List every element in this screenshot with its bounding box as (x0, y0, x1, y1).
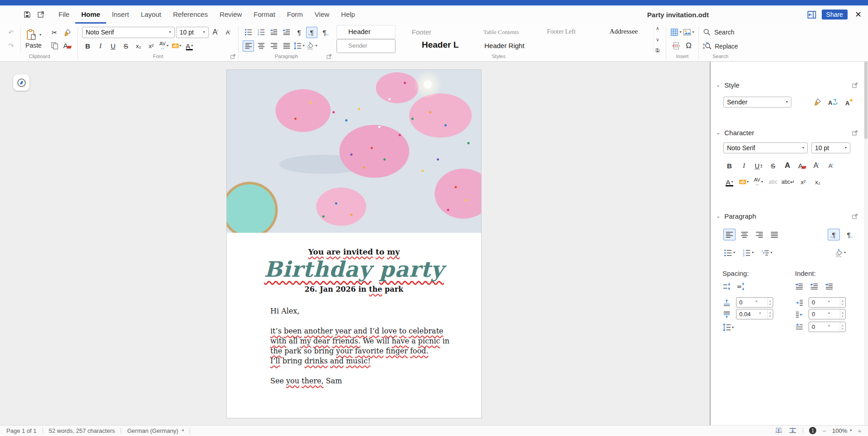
language-selector[interactable]: German (Germany)▾ (127, 427, 184, 434)
menu-references[interactable]: References (167, 5, 214, 24)
sb-line-spacing-button[interactable]: ▾ (722, 323, 734, 332)
word-count[interactable]: 52 words, 257 characters (49, 427, 115, 434)
increase-spacing-icon[interactable] (722, 282, 731, 291)
space-below-field[interactable]: 0.04″ ▲▼ (736, 309, 773, 319)
zoom-in-icon[interactable]: + (858, 427, 862, 435)
bullet-list-button[interactable] (243, 27, 254, 38)
menu-file[interactable]: File (53, 5, 75, 24)
undo-button[interactable]: ↶ (5, 27, 17, 38)
sidebar-strikethrough-button[interactable]: S (767, 160, 779, 171)
open-remote-icon[interactable] (37, 11, 44, 18)
insert-table-button[interactable]: ▾ (670, 27, 682, 38)
menu-help[interactable]: Help (335, 5, 361, 24)
sb-decrease-indent-icon[interactable] (810, 282, 819, 291)
new-style-button[interactable] (843, 96, 855, 108)
decrease-indent-button[interactable] (281, 27, 292, 38)
align-justify-button[interactable] (281, 40, 292, 52)
align-right-button[interactable] (268, 40, 279, 52)
italic-button[interactable]: I (95, 40, 106, 52)
page-count[interactable]: Page 1 of 1 (6, 427, 37, 434)
underline-button[interactable]: U (107, 40, 119, 52)
sidebar-grow-font-button[interactable]: A↑ (810, 160, 823, 171)
bold-button[interactable]: B (82, 40, 93, 52)
align-center-button[interactable] (255, 40, 267, 52)
menu-review[interactable]: Review (214, 5, 248, 24)
document-page[interactable]: You are invited to my Birthday party 26.… (227, 70, 481, 418)
sidebar-font-size-select[interactable]: 10 pt▾ (811, 142, 850, 153)
share-button[interactable]: Share (822, 10, 848, 20)
spin-up-icon[interactable]: ▲ (841, 299, 844, 302)
multi-page-view-icon[interactable] (789, 426, 797, 435)
font-name-select[interactable]: Noto Serif▾ (82, 27, 175, 38)
paste-caret-icon[interactable]: ▾ (39, 33, 41, 37)
menu-insert[interactable]: Insert (106, 5, 135, 24)
character-dialog-launcher-icon[interactable] (852, 130, 858, 136)
strikethrough-button[interactable]: S (120, 40, 132, 52)
sidebar-scrollbar[interactable] (864, 62, 868, 425)
style-preview-table-contents[interactable]: Table Contents (483, 29, 519, 36)
sidebar-italic-button[interactable]: I (738, 160, 750, 171)
sb-align-left-button[interactable] (723, 229, 736, 240)
space-above-field[interactable]: 0″ ▲▼ (736, 297, 773, 308)
sb-bullet-list-button[interactable]: ▾ (723, 247, 736, 259)
grow-font-button[interactable]: A↑ (210, 27, 221, 38)
paragraph-dialog-launcher-icon[interactable] (327, 54, 332, 59)
sb-increase-indent-icon[interactable] (795, 282, 804, 291)
align-left-button[interactable] (243, 40, 254, 52)
style-preview-header-right[interactable]: Header Right (484, 42, 524, 49)
sidebar-highlight-button[interactable]: ab▾ (738, 176, 750, 188)
style-preview-footer-left[interactable]: Footer Left (547, 28, 575, 35)
ltr-direction-button[interactable]: →¶ (306, 27, 317, 38)
menu-layout[interactable]: Layout (135, 5, 167, 24)
shrink-font-button[interactable]: A↓ (223, 27, 234, 38)
toggle-sidebar-icon[interactable] (807, 11, 816, 19)
spin-down-icon[interactable]: ▼ (841, 328, 844, 330)
paste-button[interactable]: ▾ Paste (21, 29, 46, 49)
sidebar-subscript-button[interactable]: x₂ (811, 176, 824, 188)
insert-image-button[interactable]: ▾ (683, 27, 694, 38)
indent-firstline-field[interactable]: 0″ ▲▼ (809, 322, 846, 332)
sb-paragraph-background-button[interactable]: ▾ (834, 247, 846, 259)
character-spacing-button[interactable]: AV↔▾ (158, 40, 170, 52)
style-preview-footer[interactable]: Footer (412, 28, 431, 36)
spin-up-icon[interactable]: ▲ (841, 311, 844, 314)
chevron-down-icon[interactable]: ⌄ (716, 130, 720, 136)
sb-ltr-button[interactable]: →¶ (828, 229, 840, 240)
paragraph-style-select[interactable]: Sender▾ (723, 97, 791, 108)
save-styles-icon[interactable] (655, 48, 660, 53)
sb-numbered-list-button[interactable]: ▾ (742, 247, 754, 259)
numbered-list-button[interactable] (255, 27, 267, 38)
section-style[interactable]: ⌄ Style (716, 81, 858, 89)
redo-button[interactable]: ↷ (5, 40, 17, 51)
paragraph-background-button[interactable]: ▾ (306, 40, 317, 52)
sb-outline-list-button[interactable]: ▾ (761, 247, 773, 259)
indent-after-field[interactable]: 0″ ▲▼ (809, 309, 846, 319)
styles-scroll-up-icon[interactable]: ∧ (656, 25, 659, 31)
scrollbar-thumb[interactable] (864, 62, 868, 139)
font-color-button[interactable]: A▾ (184, 40, 195, 52)
sidebar-char-spacing-button[interactable]: AV↔▾ (752, 176, 765, 188)
style-preview-addressee[interactable]: Addressee (610, 28, 638, 35)
shadow-button[interactable]: A (781, 160, 794, 171)
insert-page-break-button[interactable] (670, 40, 682, 52)
zoom-level[interactable]: 100%▾ (832, 427, 852, 434)
search-button[interactable]: Search (703, 26, 738, 38)
menu-format[interactable]: Format (248, 5, 281, 24)
formatting-marks-button[interactable]: ¶ (293, 27, 305, 38)
menu-form[interactable]: Form (281, 5, 309, 24)
indent-before-field[interactable]: 0″ ▲▼ (809, 297, 846, 308)
cut-button[interactable]: ✂ (49, 27, 60, 39)
navigator-button[interactable] (13, 74, 29, 91)
paragraph-sb-dialog-launcher-icon[interactable] (852, 214, 858, 219)
font-dialog-launcher-icon[interactable] (230, 54, 235, 59)
close-icon[interactable]: ✕ (853, 10, 863, 20)
insert-special-character-button[interactable]: Ω (683, 40, 694, 52)
clone-formatting-sidebar-button[interactable] (811, 96, 824, 108)
clone-formatting-button[interactable] (62, 27, 73, 39)
sidebar-underline-button[interactable]: U▾ (752, 160, 765, 171)
copy-button[interactable] (49, 40, 60, 51)
clear-formatting-button[interactable]: A (62, 40, 73, 51)
spin-down-icon[interactable]: ▼ (841, 303, 844, 306)
sb-firstline-indent-icon[interactable] (825, 282, 834, 291)
spin-down-icon[interactable]: ▼ (769, 303, 771, 306)
